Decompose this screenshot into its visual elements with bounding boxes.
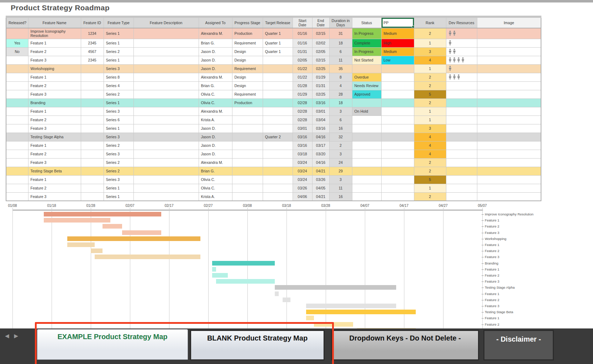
cell-start[interactable]: 01/31 bbox=[293, 47, 312, 56]
cell-fid[interactable] bbox=[81, 167, 104, 175]
cell-img[interactable] bbox=[477, 64, 541, 73]
cell-stage[interactable]: Requirement bbox=[232, 39, 263, 47]
cell-desc[interactable] bbox=[133, 73, 199, 81]
cell-stage[interactable]: Requirement bbox=[232, 90, 263, 98]
cell-dur[interactable]: 32 bbox=[329, 133, 352, 141]
cell-name[interactable]: Feature 1 bbox=[28, 73, 81, 81]
cell-desc[interactable] bbox=[133, 175, 199, 184]
cell-end[interactable]: 03/20 bbox=[312, 150, 329, 158]
cell-pp[interactable] bbox=[381, 124, 414, 133]
cell-img[interactable] bbox=[477, 158, 541, 167]
cell-desc[interactable] bbox=[133, 158, 199, 167]
cell-start[interactable]: 04/06 bbox=[293, 192, 312, 201]
cell-img[interactable] bbox=[477, 192, 541, 201]
cell-stage[interactable]: Design bbox=[232, 73, 263, 81]
cell-status[interactable] bbox=[352, 175, 381, 184]
cell-pp[interactable] bbox=[381, 64, 414, 73]
cell-desc[interactable] bbox=[133, 81, 199, 90]
cell-type[interactable]: Series 2 bbox=[104, 167, 133, 175]
cell-tgt[interactable] bbox=[263, 124, 293, 133]
cell-asg[interactable]: Alexandra M. bbox=[199, 158, 232, 167]
cell-dev[interactable] bbox=[446, 150, 477, 158]
cell-asg[interactable]: Jason D. bbox=[199, 141, 232, 150]
cell-name[interactable]: Feature 1 bbox=[28, 107, 81, 116]
cell-rel[interactable] bbox=[6, 141, 28, 150]
cell-type[interactable]: Series 2 bbox=[104, 90, 133, 98]
cell-name[interactable]: Testing Stage Beta bbox=[28, 167, 81, 175]
cell-img[interactable] bbox=[477, 116, 541, 124]
cell-fid[interactable] bbox=[81, 90, 104, 98]
cell-dur[interactable]: 6 bbox=[329, 116, 352, 124]
cell-dur[interactable]: 16 bbox=[329, 124, 352, 133]
cell-fid[interactable] bbox=[81, 81, 104, 90]
cell-name[interactable]: Feature 2 bbox=[28, 116, 81, 124]
cell-type[interactable]: Series 1 bbox=[104, 39, 133, 47]
cell-type[interactable]: Series 3 bbox=[104, 64, 133, 73]
cell-end[interactable]: 04/05 bbox=[312, 184, 329, 192]
tab-disclaimer[interactable]: - Disclaimer - bbox=[483, 330, 554, 360]
cell-pp[interactable]: Low bbox=[381, 56, 414, 64]
cell-dev[interactable] bbox=[446, 167, 477, 175]
tab-example-product-strategy-map[interactable]: EXAMPLE Product Strategy Map bbox=[37, 329, 188, 360]
cell-tgt[interactable] bbox=[263, 81, 293, 90]
cell-tgt[interactable] bbox=[263, 64, 293, 73]
selection-fill-handle[interactable] bbox=[412, 26, 414, 28]
cell-start[interactable]: 01/22 bbox=[293, 64, 312, 73]
cell-dur[interactable]: 3 bbox=[329, 150, 352, 158]
cell-stage[interactable]: Design bbox=[232, 56, 263, 64]
cell-dev[interactable] bbox=[446, 39, 477, 47]
cell-rank[interactable]: 2 bbox=[414, 98, 446, 107]
cell-rank[interactable]: 1 bbox=[414, 107, 446, 116]
header-stage[interactable]: Progress Stage bbox=[232, 17, 263, 28]
cell-status[interactable] bbox=[352, 167, 381, 175]
cell-rel[interactable] bbox=[6, 167, 28, 175]
cell-dev[interactable] bbox=[446, 47, 477, 56]
cell-rank[interactable]: 1 bbox=[414, 64, 446, 73]
cell-rel[interactable] bbox=[6, 28, 28, 39]
cell-asg[interactable]: Krista A. bbox=[199, 116, 232, 124]
cell-type[interactable]: Series 1 bbox=[104, 124, 133, 133]
cell-end[interactable]: 02/02 bbox=[312, 39, 329, 47]
cell-status[interactable] bbox=[352, 98, 381, 107]
cell-pp[interactable] bbox=[381, 158, 414, 167]
cell-pp[interactable] bbox=[381, 184, 414, 192]
cell-tgt[interactable] bbox=[263, 98, 293, 107]
cell-name[interactable]: Branding bbox=[28, 98, 81, 107]
header-tgt[interactable]: Target Release bbox=[263, 17, 293, 28]
header-desc[interactable]: Feature Description bbox=[133, 17, 199, 28]
cell-img[interactable] bbox=[477, 150, 541, 158]
cell-name[interactable]: Feature 1 bbox=[28, 39, 81, 47]
cell-dev[interactable] bbox=[446, 64, 477, 73]
cell-name[interactable]: Workshopping bbox=[28, 64, 81, 73]
cell-rank[interactable]: 2 bbox=[414, 158, 446, 167]
header-type[interactable]: Feature Type bbox=[104, 17, 133, 28]
cell-tgt[interactable] bbox=[263, 184, 293, 192]
cell-stage[interactable]: Production bbox=[232, 28, 263, 39]
cell-rel[interactable] bbox=[6, 73, 28, 81]
cell-pp[interactable] bbox=[381, 98, 414, 107]
cell-start[interactable]: 01/28 bbox=[293, 81, 312, 90]
cell-end[interactable]: 02/15 bbox=[312, 28, 329, 39]
cell-type[interactable]: Series 2 bbox=[104, 141, 133, 150]
cell-rank[interactable]: 4 bbox=[414, 56, 446, 64]
cell-status[interactable]: On Hold bbox=[352, 107, 381, 116]
cell-name[interactable]: Feature 2 bbox=[28, 150, 81, 158]
cell-desc[interactable] bbox=[133, 167, 199, 175]
cell-rel[interactable] bbox=[6, 150, 28, 158]
cell-stage[interactable]: Production bbox=[232, 98, 263, 107]
cell-tgt[interactable] bbox=[263, 73, 293, 81]
cell-dev[interactable] bbox=[446, 28, 477, 39]
cell-dur[interactable]: 35 bbox=[329, 64, 352, 73]
cell-end[interactable]: 03/16 bbox=[312, 124, 329, 133]
cell-desc[interactable] bbox=[133, 133, 199, 141]
cell-dev[interactable] bbox=[446, 158, 477, 167]
cell-pp[interactable] bbox=[381, 167, 414, 175]
cell-pp[interactable] bbox=[381, 150, 414, 158]
cell-dur[interactable]: 11 bbox=[329, 56, 352, 64]
cell-rel[interactable]: No bbox=[6, 47, 28, 56]
cell-type[interactable]: Series 2 bbox=[104, 47, 133, 56]
cell-tgt[interactable] bbox=[263, 167, 293, 175]
tabs-scroll-left-icon[interactable]: ◀ bbox=[5, 333, 9, 338]
cell-asg[interactable]: Olivia C. bbox=[199, 184, 232, 192]
cell-img[interactable] bbox=[477, 133, 541, 141]
